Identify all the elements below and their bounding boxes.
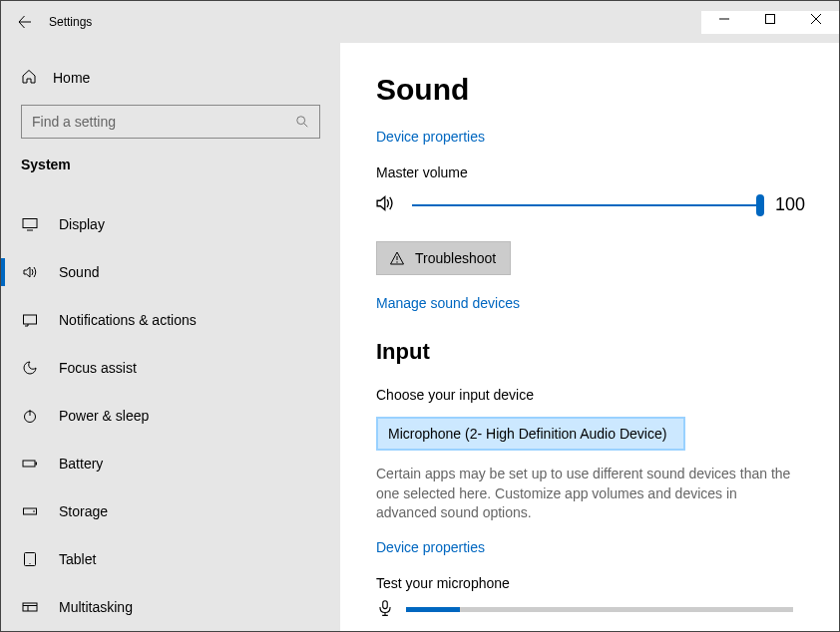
focus-assist-icon: [21, 359, 39, 377]
search-icon: [295, 115, 309, 129]
notifications-icon: [21, 311, 39, 329]
battery-icon: [21, 455, 39, 473]
input-device-selected: Microphone (2- High Definition Audio Dev…: [388, 426, 666, 442]
window-controls: [701, 11, 839, 34]
svg-point-4: [297, 117, 305, 125]
sidebar-item-storage[interactable]: Storage: [1, 487, 340, 535]
multitasking-icon: [21, 598, 39, 616]
device-properties-link[interactable]: Device properties: [376, 129, 793, 145]
page-title: Sound: [376, 73, 793, 107]
titlebar: Settings: [1, 1, 839, 43]
input-device-select[interactable]: Microphone (2- High Definition Audio Dev…: [376, 417, 685, 451]
sidebar-item-label: Power & sleep: [59, 408, 149, 424]
svg-rect-8: [24, 315, 37, 324]
sidebar-item-notifications[interactable]: Notifications & actions: [1, 296, 340, 344]
speaker-icon: [376, 194, 398, 215]
svg-rect-22: [383, 600, 388, 608]
troubleshoot-label: Troubleshoot: [415, 250, 496, 266]
master-volume-value: 100: [775, 194, 805, 215]
sidebar-item-sound[interactable]: Sound: [1, 248, 340, 296]
choose-input-label: Choose your input device: [376, 387, 793, 403]
sidebar-item-label: Tablet: [59, 551, 96, 567]
input-device-properties-link[interactable]: Device properties: [376, 539, 793, 555]
sidebar-item-multitasking[interactable]: Multitasking: [1, 583, 340, 631]
sidebar-item-label: Battery: [59, 456, 103, 472]
power-icon: [21, 407, 39, 425]
maximize-icon: [765, 14, 775, 24]
test-mic-label: Test your microphone: [376, 575, 793, 591]
home-nav-item[interactable]: Home: [1, 63, 340, 93]
manage-sound-devices-link[interactable]: Manage sound devices: [376, 295, 793, 311]
home-label: Home: [53, 70, 90, 86]
svg-point-21: [396, 261, 397, 262]
svg-rect-12: [36, 463, 38, 466]
close-icon: [811, 14, 821, 24]
master-volume-slider[interactable]: [412, 204, 761, 206]
sidebar-item-focus-assist[interactable]: Focus assist: [1, 344, 340, 392]
svg-point-14: [33, 510, 35, 512]
sidebar-item-label: Focus assist: [59, 360, 137, 376]
input-heading: Input: [376, 339, 793, 365]
minimize-button[interactable]: [701, 4, 747, 34]
svg-point-16: [29, 563, 30, 564]
sidebar-item-label: Multitasking: [59, 599, 133, 615]
search-input[interactable]: [32, 114, 295, 130]
close-button[interactable]: [793, 4, 839, 34]
sidebar-item-label: Notifications & actions: [59, 312, 197, 328]
microphone-icon: [376, 599, 394, 620]
display-icon: [21, 215, 39, 233]
sidebar-item-tablet[interactable]: Tablet: [1, 535, 340, 583]
sidebar-item-display[interactable]: Display: [1, 200, 340, 248]
sound-icon: [21, 263, 39, 281]
content-area: Sound Device properties Master volume 10…: [340, 43, 839, 631]
master-volume-label: Master volume: [376, 164, 793, 180]
svg-rect-1: [766, 14, 775, 23]
sidebar-item-label: Sound: [59, 264, 99, 280]
sidebar-item-battery[interactable]: Battery: [1, 440, 340, 487]
section-label: System: [1, 157, 340, 190]
troubleshoot-output-button[interactable]: Troubleshoot: [376, 241, 511, 275]
mic-level-bar: [406, 607, 793, 612]
sidebar-item-label: Display: [59, 216, 105, 232]
slider-thumb[interactable]: [756, 194, 764, 216]
tablet-icon: [21, 550, 39, 568]
sidebar-item-power-sleep[interactable]: Power & sleep: [1, 392, 340, 440]
arrow-left-icon: [17, 14, 33, 30]
mic-level-fill: [406, 607, 460, 612]
input-hint-text: Certain apps may be set up to use differ…: [376, 465, 793, 523]
search-box[interactable]: [21, 105, 320, 139]
minimize-icon: [719, 14, 729, 24]
svg-rect-11: [23, 461, 35, 467]
sidebar-item-label: Storage: [59, 503, 108, 519]
svg-line-5: [304, 124, 308, 128]
maximize-button[interactable]: [747, 4, 793, 34]
warning-icon: [389, 250, 405, 266]
window-title: Settings: [49, 15, 92, 29]
svg-rect-6: [23, 219, 37, 228]
svg-rect-17: [23, 603, 37, 611]
storage-icon: [21, 502, 39, 520]
nav-list: Display Sound Notifications & actions Fo…: [1, 200, 340, 631]
sidebar: Home System Display Sound Notifications …: [1, 43, 340, 631]
back-button[interactable]: [1, 1, 49, 43]
home-icon: [21, 69, 37, 88]
